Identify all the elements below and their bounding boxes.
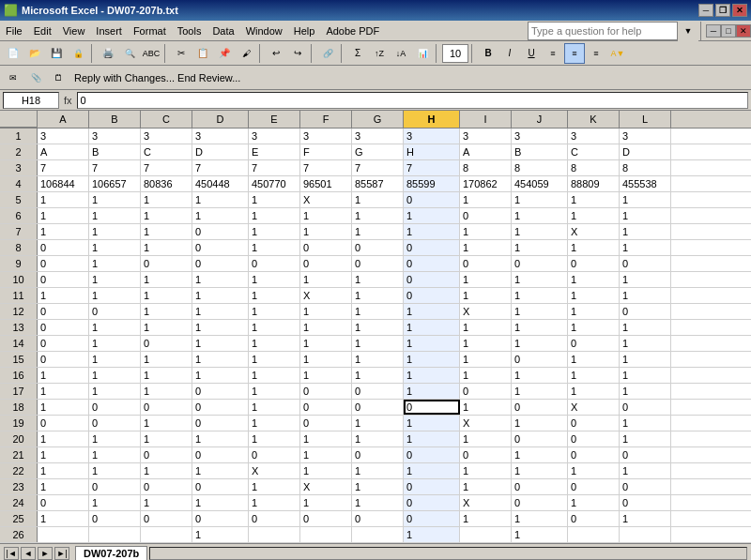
cell[interactable]: D (620, 144, 671, 159)
cell[interactable]: 1 (141, 384, 192, 399)
cell[interactable]: 1 (352, 224, 404, 239)
cell[interactable]: 1 (249, 431, 300, 446)
align-left-button[interactable]: ≡ (543, 43, 563, 64)
cell[interactable]: 1 (460, 479, 512, 494)
cell[interactable]: 3 (352, 129, 404, 144)
cell[interactable]: 0 (141, 336, 192, 351)
cell[interactable]: 1 (568, 192, 620, 207)
minimize-button[interactable]: ─ (698, 4, 713, 17)
cell[interactable]: 0 (192, 447, 249, 462)
cell[interactable]: 0 (38, 272, 89, 287)
cell[interactable]: 0 (404, 240, 460, 255)
cell[interactable]: 0 (38, 240, 89, 255)
row-header[interactable]: 15 (0, 352, 38, 367)
cell[interactable]: 0 (38, 495, 89, 510)
cell[interactable]: 1 (460, 336, 512, 351)
first-sheet-button[interactable]: |◄ (4, 547, 19, 560)
cell[interactable]: 1 (352, 431, 404, 446)
cell[interactable]: 7 (89, 160, 141, 175)
cell[interactable]: 7 (404, 160, 460, 175)
cell[interactable]: 1 (38, 208, 89, 223)
cell[interactable]: 7 (141, 160, 192, 175)
cell[interactable]: 1 (512, 208, 568, 223)
cell[interactable]: 3 (192, 129, 249, 144)
cell[interactable]: 1 (404, 336, 460, 351)
cell[interactable]: 0 (89, 304, 141, 319)
cell[interactable]: 1 (620, 272, 671, 287)
row-header[interactable]: 18 (0, 400, 38, 415)
row-header[interactable]: 21 (0, 447, 38, 462)
redo-button[interactable]: ↪ (287, 43, 308, 64)
cell[interactable]: 1 (192, 208, 249, 223)
cell[interactable]: X (300, 192, 352, 207)
cell[interactable] (89, 527, 141, 542)
cell[interactable]: 0 (620, 400, 671, 415)
row-header[interactable]: 25 (0, 511, 38, 526)
cell[interactable]: 1 (512, 416, 568, 431)
cell[interactable]: 0 (404, 447, 460, 462)
cell[interactable]: 1 (249, 384, 300, 399)
cell[interactable] (141, 527, 192, 542)
minimize-app-button[interactable]: ─ (706, 24, 721, 38)
row-header[interactable]: 10 (0, 272, 38, 287)
cell[interactable] (300, 527, 352, 542)
row-header[interactable]: 20 (0, 431, 38, 446)
cell[interactable]: 1 (460, 320, 512, 335)
cell[interactable]: 0 (352, 447, 404, 462)
cell[interactable]: 1 (38, 224, 89, 239)
cell[interactable]: 1 (89, 320, 141, 335)
cell[interactable]: 1 (300, 447, 352, 462)
cell[interactable]: 0 (460, 447, 512, 462)
cell[interactable]: 1 (249, 304, 300, 319)
cell[interactable]: 450770 (249, 176, 300, 191)
cell[interactable]: 0 (404, 288, 460, 303)
cell[interactable]: 1 (620, 288, 671, 303)
cell[interactable]: 1 (89, 256, 141, 271)
cell[interactable]: 1 (141, 463, 192, 478)
cell[interactable]: C (568, 144, 620, 159)
last-sheet-button[interactable]: ►| (54, 547, 69, 560)
row-header[interactable]: 23 (0, 479, 38, 494)
cell[interactable]: 0 (300, 511, 352, 526)
cell[interactable]: 1 (404, 384, 460, 399)
cell[interactable]: 0 (568, 511, 620, 526)
cell[interactable]: 1 (620, 352, 671, 367)
email-button[interactable]: ✉ (3, 68, 23, 88)
cell[interactable]: 1 (89, 431, 141, 446)
cell[interactable]: 1 (460, 511, 512, 526)
cell[interactable]: 1 (352, 272, 404, 287)
cell[interactable]: 88809 (568, 176, 620, 191)
col-header-E[interactable]: E (249, 111, 300, 128)
row-header[interactable]: 17 (0, 384, 38, 399)
cell[interactable]: F (300, 144, 352, 159)
cell[interactable]: 0 (300, 240, 352, 255)
cell[interactable]: 1 (352, 495, 404, 510)
prev-sheet-button[interactable]: ◄ (21, 547, 36, 560)
row-header[interactable]: 26 (0, 527, 38, 542)
cell[interactable]: 0 (89, 400, 141, 415)
cell[interactable]: 3 (141, 129, 192, 144)
cell[interactable] (38, 527, 89, 542)
align-center-button[interactable]: ≡ (564, 43, 585, 64)
col-header-D[interactable]: D (192, 111, 249, 128)
cell[interactable]: 0 (249, 447, 300, 462)
cell[interactable]: 1 (192, 336, 249, 351)
col-header-C[interactable]: C (141, 111, 192, 128)
cell[interactable]: 1 (89, 224, 141, 239)
menu-format[interactable]: Format (128, 23, 172, 38)
cell[interactable]: 1 (300, 320, 352, 335)
help-dropdown-button[interactable]: ▼ (678, 21, 698, 41)
cell[interactable]: 1 (192, 527, 249, 542)
cell[interactable]: 7 (249, 160, 300, 175)
cell[interactable]: 3 (568, 129, 620, 144)
cell[interactable]: 0 (38, 320, 89, 335)
cell[interactable]: 0 (404, 256, 460, 271)
cell[interactable]: 1 (568, 240, 620, 255)
menu-insert[interactable]: Insert (90, 23, 128, 38)
cell[interactable]: 1 (460, 272, 512, 287)
col-header-L[interactable]: L (620, 111, 671, 128)
autosum-button[interactable]: Σ (347, 43, 368, 64)
cell[interactable]: 0 (192, 384, 249, 399)
cell[interactable]: G (352, 144, 404, 159)
cell[interactable]: 1 (38, 431, 89, 446)
